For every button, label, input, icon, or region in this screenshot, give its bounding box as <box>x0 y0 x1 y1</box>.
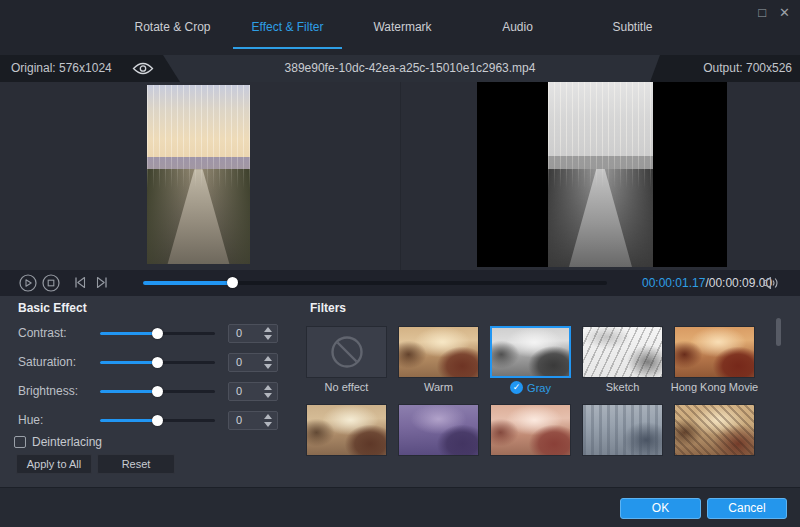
ok-button[interactable]: OK <box>620 498 701 519</box>
no-effect-icon <box>307 327 386 377</box>
tab-rotate-crop[interactable]: Rotate & Crop <box>115 0 230 55</box>
original-video-preview <box>147 85 250 264</box>
volume-icon[interactable] <box>762 276 780 290</box>
deinterlacing-label: Deinterlacing <box>32 435 102 449</box>
output-video-canvas <box>477 82 727 267</box>
hue-down-icon[interactable] <box>264 422 272 427</box>
tab-strip: Rotate & Crop Effect & Filter Watermark … <box>115 0 690 55</box>
transport-bar: 00:00:01.17/00:00:09.00 <box>0 270 800 296</box>
filter-tile-no-effect[interactable] <box>306 326 387 378</box>
close-icon[interactable]: ✕ <box>779 5 790 20</box>
tab-subtitle[interactable]: Subtitle <box>575 0 690 55</box>
settings-panel: Basic Effect Contrast: 0 Saturation: 0 B… <box>0 296 800 487</box>
contrast-down-icon[interactable] <box>264 335 272 340</box>
check-icon: ✓ <box>510 381 523 394</box>
filter-label-warm: Warm <box>391 381 486 393</box>
filter-tile-row2-5[interactable] <box>674 404 755 456</box>
filter-label-sketch: Sketch <box>575 381 670 393</box>
saturation-down-icon[interactable] <box>264 364 272 369</box>
contrast-value: 0 <box>236 325 242 342</box>
deinterlacing-option: Deinterlacing <box>14 435 102 449</box>
hue-up-icon[interactable] <box>264 414 272 419</box>
footer-bar: OK Cancel <box>0 487 800 527</box>
saturation-slider-thumb[interactable] <box>152 357 163 368</box>
filter-tile-warm[interactable] <box>398 326 479 378</box>
saturation-value: 0 <box>236 354 242 371</box>
brightness-slider[interactable] <box>100 390 215 393</box>
play-icon[interactable] <box>19 274 37 292</box>
contrast-input[interactable]: 0 <box>228 324 278 343</box>
preview-area <box>0 82 800 270</box>
contrast-slider[interactable] <box>100 332 215 335</box>
reset-button[interactable]: Reset <box>97 454 175 474</box>
saturation-up-icon[interactable] <box>264 356 272 361</box>
filtered-video-preview <box>548 82 653 267</box>
next-frame-icon[interactable] <box>95 276 109 289</box>
tab-audio[interactable]: Audio <box>460 0 575 55</box>
seek-slider[interactable] <box>143 281 607 285</box>
seek-thumb[interactable] <box>227 277 238 288</box>
info-bar: Original: 576x1024 389e90fe-10dc-42ea-a2… <box>0 55 800 82</box>
title-bar: Rotate & Crop Effect & Filter Watermark … <box>0 0 800 55</box>
filters-title: Filters <box>310 301 346 315</box>
tab-effect-filter[interactable]: Effect & Filter <box>230 0 345 55</box>
brightness-slider-thumb[interactable] <box>152 386 163 397</box>
filter-label-no-effect: No effect <box>299 381 394 393</box>
output-resolution-label: Output: 700x526 <box>703 55 792 82</box>
filter-tile-row2-3[interactable] <box>490 404 571 456</box>
filter-tile-row2-4[interactable] <box>582 404 663 456</box>
saturation-input[interactable]: 0 <box>228 353 278 372</box>
saturation-slider[interactable] <box>100 361 215 364</box>
brightness-row: Brightness: 0 <box>0 382 300 401</box>
saturation-label: Saturation: <box>18 353 76 372</box>
eye-preview-icon[interactable] <box>132 61 154 76</box>
seek-fill <box>143 281 233 285</box>
current-time: 00:00:01.17 <box>642 276 705 290</box>
filter-label-hong-kong-movie: Hong Kong Movie <box>667 381 762 393</box>
hue-slider-thumb[interactable] <box>152 415 163 426</box>
filters-scrollbar[interactable] <box>776 318 781 346</box>
window-controls: □ ✕ <box>758 5 790 20</box>
apply-to-all-button[interactable]: Apply to All <box>16 454 92 474</box>
contrast-row: Contrast: 0 <box>0 324 300 343</box>
previous-frame-icon[interactable] <box>73 276 87 289</box>
effect-filter-dialog: Rotate & Crop Effect & Filter Watermark … <box>0 0 800 527</box>
hue-slider[interactable] <box>100 419 215 422</box>
tab-watermark[interactable]: Watermark <box>345 0 460 55</box>
contrast-slider-thumb[interactable] <box>152 328 163 339</box>
filter-label-gray: ✓ Gray <box>483 381 578 394</box>
file-name: 389e90fe-10dc-42ea-a25c-15010e1c2963.mp4 <box>180 55 640 82</box>
hue-value: 0 <box>236 412 242 429</box>
time-display: 00:00:01.17/00:00:09.00 <box>642 270 772 296</box>
basic-effect-title: Basic Effect <box>18 301 87 315</box>
brightness-input[interactable]: 0 <box>228 382 278 401</box>
original-resolution-label: Original: 576x1024 <box>11 55 112 82</box>
contrast-label: Contrast: <box>18 324 67 343</box>
filter-tile-row2-1[interactable] <box>306 404 387 456</box>
saturation-row: Saturation: 0 <box>0 353 300 372</box>
brightness-label: Brightness: <box>18 382 78 401</box>
filter-tile-hong-kong-movie[interactable] <box>674 326 755 378</box>
filter-tile-sketch[interactable] <box>582 326 663 378</box>
brightness-up-icon[interactable] <box>264 385 272 390</box>
hue-label: Hue: <box>18 411 43 430</box>
hue-input[interactable]: 0 <box>228 411 278 430</box>
deinterlacing-checkbox[interactable] <box>14 436 26 448</box>
filter-tile-gray[interactable] <box>490 326 571 378</box>
filter-tile-row2-2[interactable] <box>398 404 479 456</box>
hue-row: Hue: 0 <box>0 411 300 430</box>
maximize-icon[interactable]: □ <box>758 5 766 20</box>
stop-icon[interactable] <box>42 274 60 292</box>
brightness-down-icon[interactable] <box>264 393 272 398</box>
brightness-value: 0 <box>236 383 242 400</box>
preview-divider <box>400 82 401 270</box>
contrast-up-icon[interactable] <box>264 327 272 332</box>
cancel-button[interactable]: Cancel <box>707 498 787 519</box>
